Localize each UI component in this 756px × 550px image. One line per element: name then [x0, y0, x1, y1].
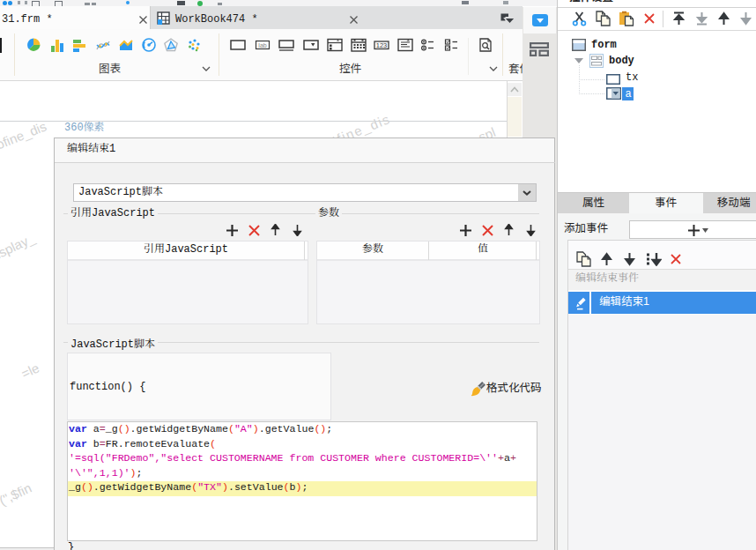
svg-text:123: 123 [376, 41, 388, 49]
svg-text:lab: lab [258, 42, 266, 48]
